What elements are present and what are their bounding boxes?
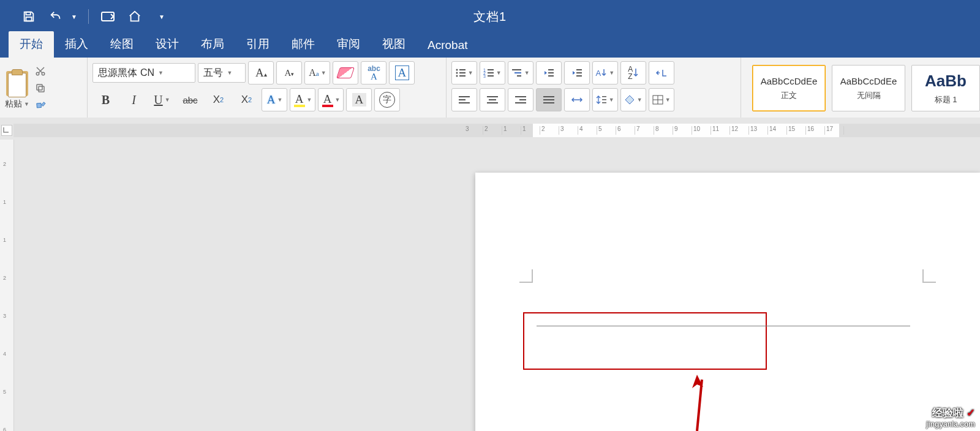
tab-mail[interactable]: 邮件 (281, 31, 326, 58)
annotation-red-box (523, 312, 767, 370)
shading-button[interactable]: ▼ (620, 88, 646, 111)
decrease-indent-button[interactable] (536, 61, 562, 84)
svg-rect-2 (102, 12, 114, 21)
text-direction-button[interactable]: A▼ (592, 61, 619, 84)
undo-dropdown-icon[interactable]: ▼ (71, 13, 77, 20)
underline-button[interactable]: U▼ (149, 88, 175, 111)
paste-dropdown-icon[interactable]: ▼ (24, 101, 29, 107)
touch-mode-icon[interactable] (100, 9, 116, 24)
char-border-button[interactable]: A (389, 61, 415, 84)
home-icon[interactable] (127, 9, 143, 24)
save-icon[interactable] (21, 9, 37, 24)
align-justify-button[interactable] (536, 88, 562, 111)
tab-layout[interactable]: 布局 (190, 31, 235, 58)
horizontal-ruler[interactable]: 3211234567891011121314151617 (13, 124, 980, 137)
tab-draw[interactable]: 绘图 (99, 31, 145, 58)
show-marks-button[interactable] (649, 61, 674, 84)
cut-icon[interactable] (33, 64, 48, 78)
tab-insert[interactable]: 插入 (54, 31, 99, 58)
svg-point-10 (456, 72, 458, 74)
group-paragraph: ▼ 123▼ ▼ A▼ AZ ▼ ▼ ▼ (447, 58, 741, 118)
superscript-button[interactable]: X2 (233, 88, 259, 111)
svg-rect-7 (42, 102, 45, 107)
svg-rect-29 (459, 96, 470, 97)
document-area: 3211234567891011121314151617 2112345678 … (0, 118, 980, 431)
svg-rect-17 (488, 72, 494, 73)
copy-icon[interactable] (33, 81, 48, 95)
svg-rect-40 (543, 102, 554, 103)
paste-button[interactable]: 粘贴 ▼ (5, 67, 29, 110)
ribbon: 粘贴 ▼ 思源黑体 CN▼ 五号▼ A▴ A▾ (0, 58, 980, 118)
align-right-button[interactable] (508, 88, 533, 111)
ribbon-tabs: 开始 插入 绘图 设计 布局 引用 邮件 审阅 视图 Acrobat (0, 33, 980, 58)
svg-rect-23 (548, 69, 554, 70)
align-center-button[interactable] (480, 88, 505, 111)
watermark: 经验啦 ✓ jingyanla.com (926, 406, 975, 429)
vertical-ruler[interactable]: 2112345678 (0, 140, 14, 431)
numbering-button[interactable]: 123▼ (480, 61, 505, 84)
align-left-button[interactable] (451, 88, 477, 111)
tab-selector-icon[interactable] (1, 125, 12, 136)
svg-rect-0 (26, 12, 30, 15)
style-nospacing[interactable]: AaBbCcDdEe 无间隔 (832, 65, 905, 111)
enclose-char-button[interactable]: 字 (374, 88, 400, 111)
format-painter-icon[interactable] (31, 96, 51, 115)
bullets-button[interactable]: ▼ (451, 61, 477, 84)
eraser-icon (338, 67, 353, 78)
font-color-button[interactable]: A▼ (318, 88, 344, 111)
qat-more-icon[interactable]: ▼ (159, 13, 165, 20)
italic-button[interactable]: I (121, 88, 146, 111)
distribute-button[interactable] (564, 88, 590, 111)
grow-font-button[interactable]: A▴ (248, 61, 274, 84)
tab-acrobat[interactable]: Acrobat (417, 34, 478, 58)
undo-icon[interactable] (48, 9, 64, 24)
multilevel-button[interactable]: ▼ (508, 61, 533, 84)
svg-rect-9 (459, 69, 466, 70)
style-heading1[interactable]: AaBb 标题 1 (911, 65, 980, 111)
font-size-combo[interactable]: 五号▼ (198, 63, 246, 83)
svg-rect-39 (543, 99, 554, 100)
group-clipboard: 粘贴 ▼ (0, 58, 88, 118)
svg-rect-42 (602, 99, 606, 100)
highlight-button[interactable]: A▼ (290, 88, 315, 111)
tab-references[interactable]: 引用 (235, 31, 281, 58)
margin-corner-tr (922, 269, 936, 283)
group-font: 思源黑体 CN▼ 五号▼ A▴ A▾ Aa▼ abcA A B I U▼ abc… (88, 58, 446, 118)
svg-rect-34 (487, 102, 498, 103)
tab-review[interactable]: 审阅 (326, 31, 371, 58)
subscript-button[interactable]: X2 (205, 88, 231, 111)
phonetic-guide-button[interactable]: abcA (361, 61, 386, 84)
strikethrough-button[interactable]: abc (177, 88, 203, 111)
page[interactable] (475, 173, 980, 431)
svg-rect-28 (576, 75, 582, 77)
clear-formatting-button[interactable] (333, 61, 358, 84)
svg-rect-19 (488, 75, 494, 77)
svg-rect-32 (487, 96, 498, 97)
shrink-font-button[interactable]: A▾ (276, 61, 302, 84)
tab-view[interactable]: 视图 (371, 31, 417, 58)
increase-indent-button[interactable] (564, 61, 590, 84)
svg-rect-20 (512, 69, 521, 70)
line-spacing-button[interactable]: ▼ (592, 88, 618, 111)
style-normal[interactable]: AaBbCcDdEe 正文 (752, 65, 826, 111)
borders-button[interactable]: ▼ (649, 88, 674, 111)
svg-rect-6 (37, 84, 42, 90)
char-shading-button[interactable]: A (346, 88, 372, 111)
quick-access-toolbar: ▼ ▼ (0, 0, 165, 33)
svg-rect-26 (576, 69, 582, 70)
sort-button[interactable]: AZ (620, 61, 646, 84)
tab-design[interactable]: 设计 (145, 31, 190, 58)
svg-rect-13 (459, 75, 466, 77)
text-effects-button[interactable]: A▼ (262, 88, 287, 111)
bold-button[interactable]: B (92, 88, 118, 111)
horizontal-rule-line (537, 326, 910, 326)
svg-rect-24 (548, 72, 554, 73)
svg-rect-30 (459, 99, 466, 100)
change-case-button[interactable]: Aa▼ (304, 61, 330, 84)
clipboard-icon (6, 69, 29, 97)
tab-home[interactable]: 开始 (9, 31, 54, 58)
font-name-value: 思源黑体 CN (98, 67, 154, 80)
svg-rect-41 (602, 96, 606, 97)
svg-rect-37 (515, 102, 526, 103)
font-name-combo[interactable]: 思源黑体 CN▼ (92, 63, 195, 83)
